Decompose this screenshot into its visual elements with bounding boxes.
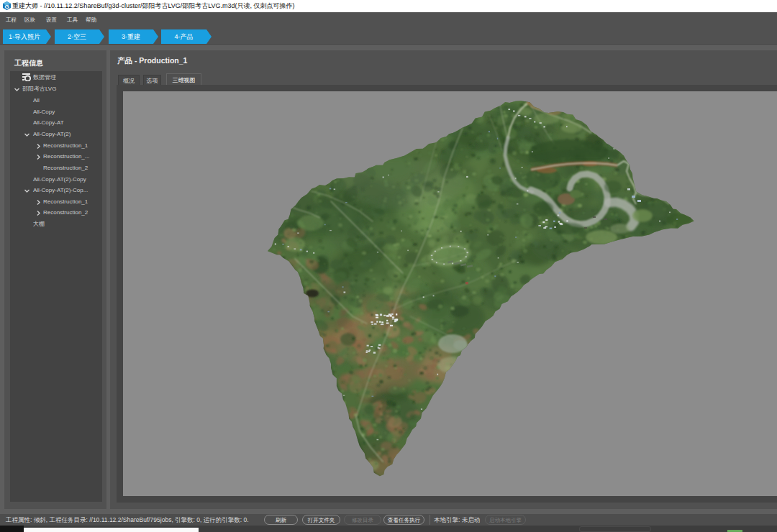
- svg-text:G: G: [4, 4, 9, 10]
